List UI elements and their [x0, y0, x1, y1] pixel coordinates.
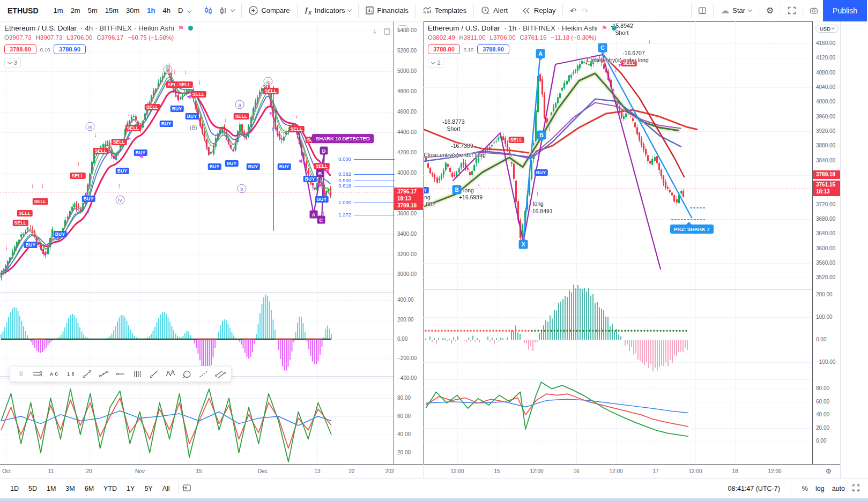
layout-select-button[interactable]: [693, 0, 711, 21]
buy-signal-badge[interactable]: BUY: [247, 163, 260, 170]
replay-button[interactable]: Replay: [517, 0, 561, 21]
range-all[interactable]: All: [158, 479, 175, 499]
symbol-button[interactable]: ETHUSD: [0, 0, 46, 21]
range-1d[interactable]: 1D: [5, 479, 24, 499]
extended-line-icon[interactable]: [196, 367, 212, 381]
auto-scale-button[interactable]: auto: [832, 485, 845, 492]
sell-bid-button[interactable]: 3788.80: [4, 44, 36, 54]
sell-signal-badge[interactable]: SELL: [234, 113, 249, 119]
buy-signal-badge[interactable]: BUY: [116, 168, 129, 174]
sell-signal-badge[interactable]: SELL: [33, 198, 48, 205]
chart-style-candles-button[interactable]: [199, 0, 218, 21]
fib-level-line[interactable]: [354, 181, 395, 181]
range-6m[interactable]: 6M: [80, 479, 99, 499]
buy-signal-badge[interactable]: BUY: [535, 169, 548, 176]
pattern-point-label[interactable]: B: [316, 169, 324, 177]
sell-signal-badge[interactable]: SELL: [70, 173, 86, 179]
compare-button[interactable]: Compare: [243, 0, 295, 21]
flag-icon[interactable]: ⚑: [602, 24, 608, 32]
clock[interactable]: 08:41:47 (UTC-7): [728, 485, 780, 492]
timeframe-30m[interactable]: 30m: [122, 0, 143, 21]
elliott-wave-label[interactable]: iii: [86, 122, 95, 131]
buy-signal-badge[interactable]: BUY: [186, 113, 199, 119]
indicators-button[interactable]: ƒx Indicators: [299, 0, 357, 21]
sell-signal-badge[interactable]: SELL: [125, 125, 141, 131]
buy-signal-badge[interactable]: BUY: [303, 176, 317, 182]
fib-level-line[interactable]: [354, 186, 395, 186]
flag-icon[interactable]: ⚑: [178, 24, 184, 32]
undo-button[interactable]: ↶: [565, 0, 582, 21]
volume-profile-icon[interactable]: [129, 367, 145, 381]
symbol-title[interactable]: Ethereum / U.S. Dollar: [428, 24, 500, 32]
ray-icon[interactable]: [146, 367, 162, 381]
parallel-channel-icon[interactable]: [212, 367, 228, 381]
range-5d[interactable]: 5D: [24, 479, 42, 499]
pattern-point-label[interactable]: B: [537, 131, 546, 140]
timeframe-5m[interactable]: 5m: [84, 0, 101, 21]
save-layout-button[interactable]: ☁ Star: [715, 0, 757, 21]
trend-line-icon[interactable]: [79, 367, 95, 381]
elliott-wave-label[interactable]: iv: [116, 196, 125, 205]
chevron-down-icon[interactable]: [187, 8, 191, 12]
scroll-to-recent-icon[interactable]: ⤓: [369, 26, 381, 38]
sell-signal-badge[interactable]: SELL: [191, 91, 206, 98]
pattern-point-label[interactable]: C: [317, 216, 325, 224]
redo-button[interactable]: ↷: [582, 0, 593, 21]
publish-button[interactable]: Publish: [823, 0, 867, 21]
log-scale-button[interactable]: log: [815, 485, 825, 492]
buy-signal-badge[interactable]: BUY: [54, 231, 67, 237]
go-to-date-button[interactable]: [182, 484, 191, 493]
sell-signal-badge[interactable]: SELL: [263, 88, 279, 94]
buy-signal-badge[interactable]: BUY: [24, 242, 38, 248]
sell-signal-badge[interactable]: SELL: [13, 220, 28, 226]
buy-signal-badge[interactable]: BUY: [424, 187, 428, 193]
sell-signal-badge[interactable]: SELL: [112, 139, 127, 145]
maximize-chart-icon[interactable]: [381, 26, 393, 38]
buy-signal-badge[interactable]: BUY: [278, 163, 291, 170]
maximize-pane-icon[interactable]: [852, 484, 859, 493]
fib-level-line[interactable]: [354, 203, 395, 203]
xabcd-pattern-icon[interactable]: [162, 367, 179, 381]
timeframe-2m[interactable]: 2m: [67, 0, 84, 21]
sell-signal-badge[interactable]: SELL: [289, 126, 305, 132]
range-ytd[interactable]: YTD: [99, 479, 122, 499]
snapshot-button[interactable]: [805, 0, 823, 21]
sell-signal-badge[interactable]: SELL: [17, 210, 33, 216]
elliott-wave-icon[interactable]: 1 5: [63, 367, 79, 381]
buy-signal-badge[interactable]: BUY: [208, 163, 221, 170]
timeframe-15m[interactable]: 15m: [101, 0, 122, 21]
drag-handle-icon[interactable]: ⠿: [13, 367, 29, 381]
buy-signal-badge[interactable]: BUY: [170, 106, 184, 112]
fib-level-line[interactable]: [354, 174, 395, 175]
fib-level-line[interactable]: [354, 159, 395, 160]
prz-badge[interactable]: PRZ: SHARK 7: [670, 225, 714, 234]
timeframe-1h[interactable]: 1h: [143, 0, 159, 21]
settings-button[interactable]: ⚙: [761, 0, 779, 21]
range-1m[interactable]: 1M: [42, 479, 61, 499]
financials-button[interactable]: Financials: [360, 0, 414, 21]
fullscreen-button[interactable]: [783, 0, 801, 21]
range-3m[interactable]: 3M: [61, 479, 79, 499]
horizontal-ray-icon[interactable]: [113, 367, 129, 381]
timeframe-D[interactable]: D: [174, 0, 187, 21]
buy-signal-badge[interactable]: BUY: [160, 121, 173, 127]
pattern-point-label[interactable]: A: [310, 211, 318, 219]
pattern-point-label[interactable]: D: [320, 147, 328, 155]
pattern-point-label[interactable]: B: [452, 185, 462, 195]
indicators-collapse-chip[interactable]: 3: [4, 58, 21, 68]
timeframe-1m[interactable]: 1m: [50, 0, 67, 21]
indicators-collapse-chip[interactable]: 2: [428, 58, 444, 68]
pattern-detected-badge[interactable]: SHARK 10 DETECTED: [312, 134, 374, 143]
sell-signal-badge[interactable]: SELL: [145, 104, 160, 110]
elliott-wave-label[interactable]: b: [238, 184, 247, 193]
sell-signal-badge[interactable]: SELL: [177, 81, 193, 88]
info-line-icon[interactable]: [96, 367, 112, 381]
chart-panel-1h[interactable]: SELLSELLBUYBUY↓↓↑↑▼ACBXBPRZ: SHARK 7-15.…: [424, 21, 840, 478]
buy-signal-badge[interactable]: BUY: [225, 160, 239, 167]
alert-button[interactable]: Alert: [476, 0, 513, 21]
drawing-toolbar[interactable]: ⠿A C1 5: [10, 366, 232, 382]
symbol-title[interactable]: Ethereum / U.S. Dollar: [4, 24, 77, 32]
chart-panel-4h[interactable]: SELLSELLSELLSELLSELLSELLSELLSELLSELLSELL…: [0, 21, 424, 478]
range-1y[interactable]: 1Y: [122, 479, 139, 499]
percent-scale-button[interactable]: %: [802, 485, 808, 492]
